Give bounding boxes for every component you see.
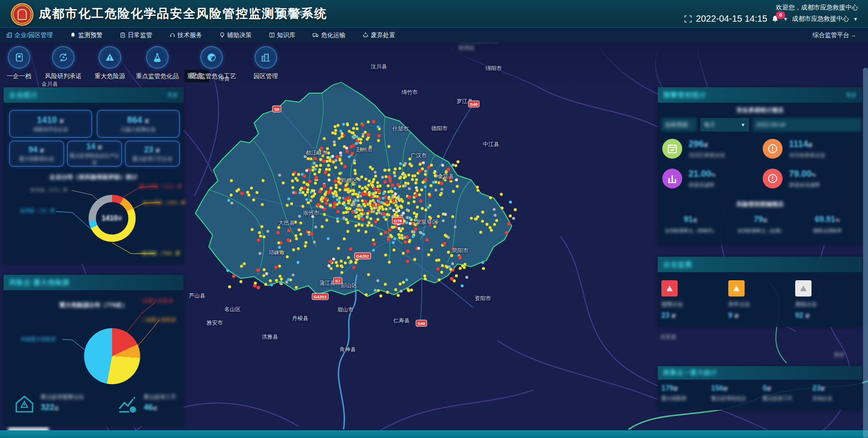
warning-control-panel: 预警管控统计 更多 安全承诺统计情况 选择周期 每天 ▼ 2022-04-14 … (658, 87, 862, 245)
truck-icon (312, 32, 319, 38)
enterprise-more-link[interactable]: 更多 (167, 91, 178, 99)
donut-callout-label: 一般风险（733）家 (137, 250, 180, 257)
nav-item-label: 监测预警 (78, 31, 103, 39)
commit-stat-item: 296家当日已承诺企业 (662, 139, 725, 159)
subnav-item-4[interactable]: 重点监管危化工艺 (180, 46, 243, 80)
keypoint-value: 0家 (763, 384, 793, 392)
user-menu[interactable]: 成都市应急救援中心 (792, 15, 849, 23)
pie-callout-label: 二级重大危险源 (141, 316, 176, 323)
stat-box: 94 家重大危险源企业 (9, 141, 64, 167)
nav-item-6[interactable]: 危化运输 (312, 31, 345, 39)
control-stat-label: 未消除预警点（周期内） (661, 228, 720, 234)
nav-item-3[interactable]: 技术服务 (170, 31, 202, 39)
nav-item-7[interactable]: 废弃处置 (363, 31, 395, 39)
user-caret-icon[interactable]: ▼ (853, 16, 858, 22)
nav-item-2[interactable]: 日常监管 (120, 31, 152, 39)
commit-stat-value: 79.00% (789, 169, 820, 179)
commit-stat-value: 296家 (689, 139, 725, 149)
platform-link[interactable]: 综合监管平台 → (813, 28, 857, 42)
donut-center: 1410 家 (96, 202, 128, 235)
hazard-pie-chart (84, 328, 140, 384)
bell-icon (70, 32, 76, 38)
stat-value: 14 家 (68, 142, 121, 151)
nav-item-5[interactable]: 知识库 (269, 31, 296, 39)
bulb-icon (219, 32, 225, 38)
risk-stat-value: 46处 (144, 403, 176, 412)
control-stat-label: 预警点消除率 (796, 228, 859, 234)
commit-stat-text: 1114家当日未承诺企业 (789, 139, 826, 159)
top-header: 成都市化工危险化学品安全风险管控监测预警系统 系统导航 欢迎您，成都市应急救援中… (0, 0, 868, 27)
process-flow-icon (117, 393, 138, 417)
donut-center-unit: 家 (118, 215, 123, 222)
bottom-status-bar (0, 430, 868, 438)
keypoint-label: 重点监管工艺 (763, 395, 793, 402)
commit-stat-item: 1114家当日未承诺企业 (763, 139, 826, 159)
monitor-col-label: 预警企业 (661, 301, 720, 308)
monitor-col: 离线企业92 家 (795, 280, 854, 320)
keypoint-col: 23家其他企业 (812, 384, 832, 402)
enterprise-panel-title: 企业统计 (9, 91, 38, 99)
monitor-col: 预警企业23 家 (661, 280, 720, 320)
commit-stat-item: 21.00%承诺完成率 (662, 169, 716, 188)
system-nav-label: 系统导航 (287, 10, 312, 18)
grid-icon (278, 11, 284, 17)
warning-panel-title: 预警管控统计 (663, 91, 707, 99)
monitor-col-label: 离线企业 (795, 301, 854, 308)
welcome-text: 欢迎您，成都市应急救援中心 (776, 4, 858, 12)
subnav-item-label: 重点监管危化工艺 (180, 72, 243, 80)
control-stat-label: 未消除预警点（监测） (729, 228, 793, 234)
date-picker[interactable]: 2022-04-14 (753, 118, 861, 132)
notification-bell[interactable]: 0 (771, 15, 779, 23)
stat-value: 94 家 (10, 145, 63, 155)
enterprise-monitor-panel: 企业监测 预警企业23 家异常企业9 家离线企业92 家 (658, 257, 862, 327)
nav-item-label: 企业/园区管理 (14, 31, 53, 39)
nav-items: 企业/园区管理监测预警日常监管技术服务辅助决策知识库危化运输废弃处置 (0, 31, 395, 39)
nav-item-label: 危化运输 (321, 31, 345, 39)
risk-stat-text: 重点监管工艺46处 (144, 393, 176, 412)
subnav-item-3[interactable]: 重点监管危化品 (126, 46, 189, 80)
period-dropdown[interactable]: 每天 ▼ (700, 118, 749, 132)
commit-stat-label: 承诺完成率 (689, 182, 716, 188)
commit-stat-label: 当日已承诺企业 (689, 152, 725, 159)
monitor-col-value: 23 家 (661, 311, 720, 320)
nav-item-4[interactable]: 辅助决策 (219, 31, 252, 39)
pie-callout-label: 一级重大危险源 (138, 297, 173, 304)
subnav-item-label: 重点监管危化品 (126, 72, 189, 80)
nav-item-label: 日常监管 (128, 31, 152, 39)
monitor-col-value: 92 家 (795, 311, 854, 320)
stat-value: 864 家 (98, 115, 179, 125)
alert-round-icon (763, 139, 783, 159)
commit-stat-text: 79.00%承诺未完成率 (789, 169, 820, 188)
app-logo-icon (11, 3, 33, 26)
keypoint-label: 其他企业 (812, 395, 832, 402)
enterprise-stats-panel: 企业统计 更多 1410 家危险化学品企业864 家已接入监测企业 94 家重大… (4, 87, 184, 264)
subnav-item-5[interactable]: 园区管理 (234, 46, 297, 80)
dropdown-caret-icon: ▼ (741, 122, 745, 127)
stat-box: 1410 家危险化学品企业 (9, 110, 92, 138)
book-icon (269, 32, 275, 38)
major-risk-panel: 风险点·重大危险源 重大危险源分布（776处） 一级重大危险源二级重大危险源四级… (4, 275, 184, 426)
archive-book-icon (8, 46, 30, 69)
commit-stat-value: 1114家 (789, 139, 826, 149)
keypoint-col: 156家重点监管危化品 (711, 384, 746, 402)
risk-stat-text: 重点监管预警点位322处 (41, 393, 84, 412)
period-value: 每天 (704, 121, 715, 129)
keypoint-value: 156家 (711, 384, 746, 392)
building-icon (6, 32, 12, 38)
fullscreen-icon[interactable] (684, 15, 692, 23)
control-stat-value: 79处 (729, 215, 793, 224)
enterprise-chart-title: 企业分布（按风险等级评级）统计 (4, 173, 184, 181)
donut-callout-label: 较大风险（190）家 (143, 199, 186, 206)
stat-box: 864 家已接入监测企业 (97, 110, 180, 138)
service-icon (170, 32, 175, 38)
warning-more-link[interactable]: 更多 (846, 91, 857, 99)
commit-stat-text: 296家当日已承诺企业 (689, 139, 725, 159)
risk-stat-value: 322处 (41, 403, 84, 412)
nav-item-1[interactable]: 监测预警 (70, 31, 103, 39)
risk-panel-header: 风险点·重大危险源 (4, 275, 184, 290)
keypoint-label: 重点监管危化品 (711, 395, 746, 402)
nav-item-0[interactable]: 企业/园区管理 (6, 31, 53, 39)
system-nav-button[interactable]: 系统导航 (278, 10, 312, 18)
donut-center-value: 1410 (102, 214, 118, 222)
vertical-scrollbar[interactable] (863, 68, 868, 438)
